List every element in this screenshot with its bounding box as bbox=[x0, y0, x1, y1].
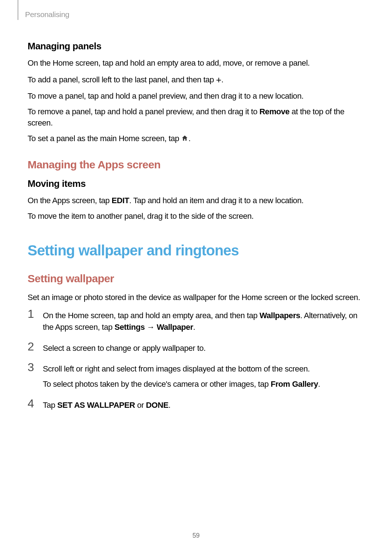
step-text: On the Home screen, tap and hold an empt… bbox=[43, 310, 364, 333]
text-fragment: To select photos taken by the device's c… bbox=[43, 379, 271, 389]
arrow-text: → bbox=[145, 323, 157, 332]
heading-moving-items: Moving items bbox=[28, 178, 364, 189]
text-fragment: . bbox=[221, 75, 224, 84]
text-fragment: On the Home screen, tap and hold an empt… bbox=[43, 311, 260, 320]
text-fragment: . bbox=[318, 379, 320, 389]
bold-text: Wallpapers bbox=[260, 311, 300, 320]
step-number: 3 bbox=[28, 361, 34, 374]
body-text: To move the item to another panel, drag … bbox=[28, 211, 364, 222]
step-subtext: To select photos taken by the device's c… bbox=[43, 378, 364, 390]
text-fragment: . Tap and hold an item and drag it to a … bbox=[129, 196, 303, 205]
body-text: Set an image or photo stored in the devi… bbox=[28, 292, 364, 303]
steps-list: 1On the Home screen, tap and hold an emp… bbox=[28, 310, 364, 411]
text-fragment: To add a panel, scroll left to the last … bbox=[28, 75, 216, 84]
body-text: To remove a panel, tap and hold a panel … bbox=[28, 106, 364, 129]
bold-text: Remove bbox=[260, 107, 290, 116]
text-fragment: On the Apps screen, tap bbox=[28, 196, 112, 205]
step-number: 1 bbox=[28, 307, 34, 321]
header-divider bbox=[18, 0, 18, 20]
bold-text: From Gallery bbox=[271, 379, 318, 389]
list-item: 4Tap SET AS WALLPAPER or DONE. bbox=[28, 399, 364, 411]
step-text: Select a screen to change or apply wallp… bbox=[43, 342, 364, 354]
body-text: On the Home screen, tap and hold an empt… bbox=[28, 58, 364, 69]
text-fragment: . bbox=[188, 134, 191, 143]
plus-icon: + bbox=[216, 73, 221, 86]
heading-managing-apps-screen: Managing the Apps screen bbox=[28, 159, 364, 171]
bold-text: DONE bbox=[146, 401, 168, 410]
list-item: 2Select a screen to change or apply wall… bbox=[28, 342, 364, 354]
heading-setting-wallpaper-ringtones: Setting wallpaper and ringtones bbox=[28, 242, 364, 259]
text-fragment: . bbox=[193, 323, 195, 332]
body-text: To set a panel as the main Home screen, … bbox=[28, 133, 364, 145]
page-content: Managing panels On the Home screen, tap … bbox=[0, 19, 392, 411]
step-text: Tap SET AS WALLPAPER or DONE. bbox=[43, 399, 364, 411]
bold-text: SET AS WALLPAPER bbox=[57, 401, 135, 410]
bold-text: EDIT bbox=[112, 196, 129, 205]
text-fragment: To set a panel as the main Home screen, … bbox=[28, 134, 181, 143]
text-fragment: Select a screen to change or apply wallp… bbox=[43, 344, 206, 353]
bold-text: Settings bbox=[114, 323, 144, 332]
list-item: 3Scroll left or right and select from im… bbox=[28, 363, 364, 390]
heading-setting-wallpaper: Setting wallpaper bbox=[28, 272, 364, 285]
step-number: 4 bbox=[28, 397, 34, 410]
text-fragment: or bbox=[135, 401, 146, 410]
bold-text: Wallpaper bbox=[157, 323, 193, 332]
text-fragment: . bbox=[168, 401, 171, 410]
step-number: 2 bbox=[28, 340, 34, 353]
text-fragment: To remove a panel, tap and hold a panel … bbox=[28, 107, 260, 116]
body-text: To add a panel, scroll left to the last … bbox=[28, 73, 364, 86]
home-icon bbox=[181, 134, 188, 145]
text-fragment: Scroll left or right and select from ima… bbox=[43, 364, 310, 373]
breadcrumb: Personalising bbox=[25, 10, 392, 19]
page-number: 59 bbox=[0, 532, 392, 539]
page-header: Personalising bbox=[0, 0, 392, 19]
body-text: To move a panel, tap and hold a panel pr… bbox=[28, 91, 364, 102]
step-text: Scroll left or right and select from ima… bbox=[43, 363, 364, 390]
text-fragment: Tap bbox=[43, 401, 57, 410]
list-item: 1On the Home screen, tap and hold an emp… bbox=[28, 310, 364, 333]
heading-managing-panels: Managing panels bbox=[28, 41, 364, 52]
body-text: On the Apps screen, tap EDIT. Tap and ho… bbox=[28, 195, 364, 206]
